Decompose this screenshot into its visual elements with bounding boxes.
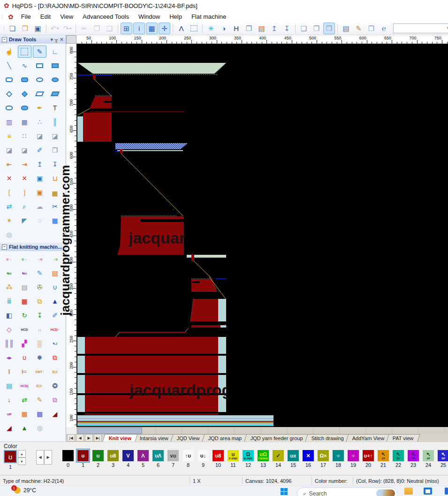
dotted-bars-icon[interactable]: ▦ xyxy=(18,408,31,420)
paste-button[interactable]: ❑ xyxy=(104,23,115,34)
color-swatch-25[interactable]: ↖5P25 xyxy=(436,450,448,468)
color-swatch-24[interactable]: ↖4P24 xyxy=(421,450,436,468)
transfer-front-icon[interactable]: ʊ→ xyxy=(2,253,16,265)
color-swatch-22[interactable]: ↖2P22 xyxy=(391,450,406,468)
ramp-icon[interactable]: ◢ xyxy=(48,408,62,420)
filled-rectangle-tool[interactable] xyxy=(48,60,62,72)
hand-tool[interactable]: ☝ xyxy=(2,46,16,58)
rotate-icon[interactable]: ↻ xyxy=(18,309,31,321)
pens-button[interactable]: ✎ xyxy=(353,23,364,34)
menu-item-flat-machine[interactable]: Flat machine xyxy=(187,12,231,21)
ibeam-icon[interactable]: Ⅰ xyxy=(2,366,16,378)
yarn-loop-icon[interactable]: ʊ xyxy=(18,351,31,364)
eraser-tool[interactable]: ◤ xyxy=(18,214,31,227)
color-swatch-0[interactable]: 0 xyxy=(61,450,76,468)
rounded-rectangle-tool[interactable] xyxy=(2,74,16,86)
line-tool[interactable]: ╲ xyxy=(2,60,16,72)
insert-column-up-tool[interactable]: ↥ xyxy=(33,158,46,170)
color-swatch-16[interactable]: ✕16 xyxy=(301,450,316,468)
color-swatch-21[interactable]: ↖1P21 xyxy=(376,450,391,468)
collapse-icon[interactable]: − xyxy=(2,244,7,250)
export-button[interactable]: ↥ xyxy=(268,23,280,34)
menu-item-window[interactable]: Window xyxy=(134,12,165,21)
color-swatch-box[interactable]: Λ xyxy=(137,450,149,461)
color-swatch-box[interactable]: ↖3P xyxy=(408,450,419,461)
color-swatch-box[interactable]: ⁘ xyxy=(333,450,344,461)
bars-flag-icon[interactable]: ⊨ xyxy=(18,366,31,378)
menu-item-advanceed-tools[interactable]: Advanceed Tools xyxy=(78,12,134,21)
filled-ellipse-tool[interactable] xyxy=(48,74,62,86)
receive-front-icon[interactable]: →ʊ xyxy=(33,253,46,265)
color-swatch-1[interactable]: ʊ1 xyxy=(76,450,91,468)
garment-shape-icon[interactable]: ∪ xyxy=(48,281,62,293)
color-next-button[interactable]: ▶ xyxy=(44,450,52,465)
save-button[interactable]: ▣ xyxy=(32,23,44,34)
color-swatch-9[interactable]: ʊ↓9 xyxy=(196,450,211,468)
delete-column-tool[interactable]: ✕ xyxy=(18,172,31,184)
color-swatch-5[interactable]: Λ5 xyxy=(136,450,151,468)
yarn-stack-icon[interactable]: ▤ xyxy=(18,281,31,293)
retransfer-front-icon[interactable]: ⇆ʊ xyxy=(2,267,16,279)
copy-pattern-tool[interactable]: ❐ xyxy=(48,144,62,156)
dropdown-arrow-icon[interactable]: ▾ xyxy=(69,26,71,31)
color-bars-icon[interactable]: ║║ xyxy=(2,337,16,350)
icj-up-icon[interactable]: ICJ↑ xyxy=(33,380,46,392)
yarn-stripe-icon[interactable]: ▤ xyxy=(48,267,62,279)
color-swatch-18[interactable]: ⁘18 xyxy=(331,450,346,468)
info-toggle-button[interactable]: i xyxy=(133,23,145,34)
arrange-middle-button[interactable]: ❐ xyxy=(311,23,322,34)
select-marquee-tool[interactable]: ▢ xyxy=(18,46,31,58)
stripe-pink-icon[interactable]: ▞ xyxy=(18,337,31,350)
fill-tool-4[interactable]: ◪ xyxy=(18,144,31,156)
hcd-up-icon[interactable]: HCD↑ xyxy=(48,323,62,336)
redo-button[interactable]: ↷▾ xyxy=(61,23,73,34)
marker-tool[interactable]: ✐ xyxy=(33,144,46,156)
color-swatch-20[interactable]: ʊ+↑20 xyxy=(361,450,376,468)
polyline-tool[interactable]: ∟ xyxy=(48,46,62,58)
parallelogram-tool[interactable] xyxy=(33,88,46,100)
tab-pat-view[interactable]: PAT view xyxy=(387,434,420,442)
color-swatch-box[interactable]: ʊx xyxy=(288,450,299,461)
current-color-swatch[interactable]: ʊ xyxy=(4,450,17,463)
delete-row-tool[interactable]: ✕ xyxy=(2,172,16,184)
pattern-canvas[interactable]: jacquardprogrammer.com jacquardprogramme… xyxy=(76,44,448,427)
duplicate-button[interactable]: ❐ xyxy=(243,23,255,34)
swap-blocks-icon[interactable]: ⇄ xyxy=(18,394,31,406)
color-swatch-box[interactable]: ʊ8 xyxy=(107,450,119,461)
calculator-button[interactable]: ▤ xyxy=(340,23,352,34)
toolbar-combobox[interactable]: ▾ xyxy=(393,23,448,33)
overlap-squares-icon[interactable]: ⧉ xyxy=(48,351,62,364)
cut-window-tool[interactable]: ✂ xyxy=(48,200,62,213)
text-tool[interactable]: T xyxy=(48,102,62,114)
fill-tool-2[interactable]: ◪ xyxy=(48,130,62,142)
shield-button[interactable]: ◑ xyxy=(218,23,229,34)
color-swatch-23[interactable]: ↖3P23 xyxy=(406,450,421,468)
color-swatch-box[interactable]: ʊ xyxy=(77,450,89,461)
next-tab-button[interactable]: ▶ xyxy=(85,434,93,442)
insert-row-left-tool[interactable]: ⇤ xyxy=(2,158,16,170)
color-swatch-17[interactable]: Ω×17 xyxy=(316,450,331,468)
receive-back-icon[interactable]: →ʊ xyxy=(48,253,62,265)
center-toggle-button[interactable]: ✛ xyxy=(159,23,170,34)
new-file-button[interactable]: ❏ xyxy=(7,23,18,34)
color-swatch-box[interactable]: V xyxy=(122,450,134,461)
color-swatch-box[interactable]: ✕ xyxy=(303,450,314,461)
fill-tool-3[interactable]: ◪ xyxy=(2,144,16,156)
loop-swap-icon[interactable]: ʊ⇄ xyxy=(2,408,16,420)
color-spin-down-button[interactable]: ▼ xyxy=(18,458,26,465)
grid-pattern-tool[interactable]: ▦ xyxy=(18,116,31,128)
copy-button[interactable]: ❐ xyxy=(91,23,103,34)
links-icon[interactable]: ⁂ xyxy=(2,281,16,293)
pattern-grid-tool[interactable]: ▦ xyxy=(48,214,62,227)
open-file-button[interactable]: ❒ xyxy=(19,23,31,34)
color-swatch-box[interactable]: ʊF-2ND xyxy=(228,450,239,461)
icj-icon[interactable]: ICJ xyxy=(48,366,62,378)
browser-button[interactable]: ℮ xyxy=(378,23,390,34)
pattern-ball-icon[interactable]: ❂ xyxy=(48,380,62,392)
polygon-tool[interactable] xyxy=(2,102,16,114)
color-swatch-box[interactable]: ʊ↓ xyxy=(197,450,209,461)
cut-button[interactable]: ✂ xyxy=(78,23,90,34)
color-swatch-2[interactable]: ʊ2 xyxy=(91,450,106,468)
camo-pattern-icon[interactable]: ❅ xyxy=(33,351,46,364)
last-tab-button[interactable]: ▶| xyxy=(94,434,102,442)
